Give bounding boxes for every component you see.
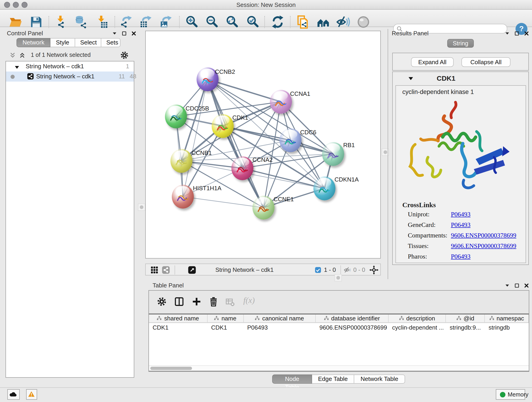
export-network-icon[interactable] [119, 15, 133, 29]
panel-float-icon[interactable] [514, 31, 520, 36]
network-node-cdkn1a[interactable] [313, 177, 336, 200]
table-cell[interactable]: CDK1 [207, 323, 244, 332]
panel-menu-icon[interactable] [505, 283, 510, 288]
zoom-fit-icon[interactable] [225, 15, 239, 29]
node-label-cdk1: CDK1 [232, 114, 248, 121]
open-in-new-window-icon[interactable] [188, 266, 196, 274]
results-panel-title: Results Panel [392, 30, 428, 37]
import-table-icon[interactable] [95, 15, 109, 29]
table-cell[interactable]: 9606.ENSP00000378699 [316, 323, 388, 332]
network-node-cdc6[interactable] [279, 128, 302, 152]
tab-string[interactable]: String [447, 39, 474, 48]
hide-selected-icon[interactable] [336, 15, 350, 29]
show-columns-icon[interactable] [174, 297, 184, 307]
export-table-icon[interactable] [139, 15, 152, 29]
tab-style[interactable]: Style [51, 38, 75, 47]
zoom-selected-icon[interactable] [246, 15, 260, 29]
fit-content-crosshair-icon[interactable] [369, 265, 379, 274]
zoom-out-icon[interactable] [205, 15, 219, 29]
column-header-name[interactable]: name [207, 314, 244, 322]
save-session-icon[interactable] [29, 15, 43, 29]
crosslink-value-link[interactable]: 9606.ENSP00000378699 [451, 232, 516, 239]
network-node-hist1h1a[interactable] [172, 185, 194, 209]
cloud-button[interactable] [7, 389, 20, 400]
memory-button[interactable]: Memory [496, 389, 525, 400]
table-cell[interactable]: CDK1 [149, 323, 207, 332]
collapse-all-button[interactable]: Collapse All [462, 57, 510, 67]
first-neighbors-icon[interactable] [317, 15, 330, 29]
create-column-plus-icon[interactable] [191, 297, 202, 307]
tab-select[interactable]: Select [75, 38, 101, 47]
toolbar-divider [290, 16, 291, 28]
tab-node-table[interactable]: Node Table [272, 375, 312, 384]
tab-sets[interactable]: Sets [101, 38, 120, 47]
network-node-ccne1[interactable] [253, 196, 274, 220]
open-file-icon[interactable] [9, 15, 22, 29]
panel-menu-icon[interactable] [505, 31, 510, 36]
column-header-label: @id [463, 315, 474, 322]
panel-close-icon[interactable] [524, 283, 529, 288]
network-edge[interactable] [183, 197, 264, 208]
scrollbar-thumb[interactable] [150, 367, 192, 370]
section-collapse-icon[interactable] [408, 76, 414, 83]
network-node-ccnb1[interactable] [171, 149, 192, 173]
delete-column-trash-icon[interactable] [209, 297, 219, 307]
warning-button[interactable] [26, 389, 37, 400]
network-node-ccna2[interactable] [231, 156, 253, 180]
new-network-from-selection-icon[interactable] [296, 15, 310, 29]
network-node-cdk1[interactable] [212, 114, 234, 138]
import-network-database-icon[interactable] [74, 15, 88, 29]
network-row-selected[interactable]: String Network – cdk1 11 48 [6, 71, 134, 82]
show-all-icon[interactable] [356, 15, 370, 29]
control-panel: Control Panel NetworkStyleSelectSets 1 o… [4, 29, 138, 381]
selected-node-edge-counts: 1 - 0 [324, 266, 336, 273]
refresh-icon[interactable] [271, 15, 285, 29]
column-header-namespac[interactable]: namespac [485, 314, 529, 322]
collection-label: String Network – cdk1 [26, 61, 84, 71]
selected-checkbox-icon[interactable] [315, 267, 321, 273]
table-cell[interactable]: cyclin-dependent ... [388, 323, 446, 332]
crosslink-value-link[interactable]: P06493 [451, 253, 471, 260]
table-horizontal-scrollbar[interactable] [149, 365, 529, 370]
table-options-gear-icon[interactable] [157, 297, 167, 307]
table-cell[interactable]: P06493 [244, 323, 316, 332]
panel-float-icon[interactable] [121, 31, 127, 36]
crosslink-value-link[interactable]: P06493 [451, 221, 471, 229]
network-node-ccna1[interactable] [270, 90, 292, 114]
column-header-label: name [222, 315, 236, 322]
table-cell[interactable]: stringdb [485, 323, 529, 332]
panel-close-icon[interactable] [131, 31, 137, 36]
column-header-database-identifier[interactable]: database identifier [316, 314, 388, 322]
network-share-gray-icon[interactable] [162, 266, 170, 274]
network-node-cdc25b[interactable] [165, 104, 187, 128]
column-header-description[interactable]: description [388, 314, 446, 322]
crosslink-value-link[interactable]: 9606.ENSP00000378699 [451, 242, 516, 250]
protein-structure-image [404, 99, 510, 196]
column-header-id[interactable]: @id [446, 314, 485, 322]
panel-menu-icon[interactable] [112, 31, 117, 36]
zoom-in-icon[interactable] [185, 15, 199, 29]
tab-edge-table[interactable]: Edge Table [312, 375, 354, 384]
column-header-label: description [406, 315, 435, 322]
network-view-canvas[interactable]: CCNB2 CCNA1 CDC25B CDK1 CDC6 RB1 CCNB1 [145, 31, 381, 259]
left-splitter-handle[interactable] [138, 204, 145, 211]
network-node-rb1[interactable] [322, 142, 344, 166]
table-body: CDK1CDK1P064939606.ENSP00000378699cyclin… [149, 323, 529, 365]
panel-close-icon[interactable] [524, 31, 529, 36]
network-options-gear-icon[interactable] [120, 51, 129, 61]
cloud-icon [9, 391, 17, 397]
import-network-icon[interactable] [55, 15, 68, 29]
table-row[interactable]: CDK1CDK1P064939606.ENSP00000378699cyclin… [149, 323, 529, 332]
export-image-icon[interactable] [159, 15, 173, 29]
tab-network-table[interactable]: Network Table [354, 375, 405, 384]
network-collection-row[interactable]: String Network – cdk1 1 [6, 61, 134, 71]
crosslink-value-link[interactable]: P06493 [451, 211, 471, 218]
expand-all-button[interactable]: Expand All [411, 57, 454, 67]
column-header-canonical-name[interactable]: canonical name [244, 314, 316, 322]
column-header-shared-name[interactable]: shared name [149, 314, 207, 322]
birds-eye-grid-icon[interactable] [150, 266, 158, 274]
network-edge[interactable] [208, 79, 281, 102]
table-cell[interactable]: stringdb:9... [446, 323, 485, 332]
panel-float-icon[interactable] [514, 283, 520, 288]
tab-network[interactable]: Network [17, 38, 51, 47]
